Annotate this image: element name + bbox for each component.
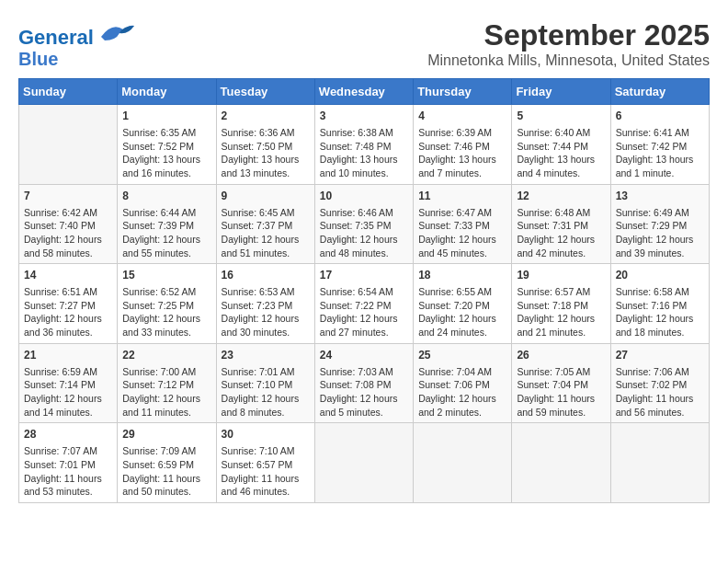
cell-content: Sunrise: 7:10 AMSunset: 6:57 PMDaylight:…: [222, 444, 310, 499]
calendar-cell: 7Sunrise: 6:42 AMSunset: 7:40 PMDaylight…: [19, 184, 118, 264]
daylight-text: Daylight: 12 hours and 39 minutes.: [616, 233, 704, 259]
sunset-text: Sunset: 7:33 PM: [418, 219, 506, 233]
daylight-text: Daylight: 13 hours and 16 minutes.: [122, 153, 210, 179]
day-number: 1: [122, 109, 210, 124]
sunset-text: Sunset: 7:42 PM: [616, 140, 704, 154]
sunset-text: Sunset: 7:01 PM: [24, 458, 112, 472]
cell-content: Sunrise: 6:55 AMSunset: 7:20 PMDaylight:…: [418, 285, 506, 339]
day-number: 13: [616, 189, 704, 204]
daylight-text: Daylight: 13 hours and 10 minutes.: [320, 153, 408, 179]
sunrise-text: Sunrise: 7:04 AM: [418, 365, 506, 379]
calendar-header-row: SundayMondayTuesdayWednesdayThursdayFrid…: [19, 79, 710, 105]
daylight-text: Daylight: 11 hours and 53 minutes.: [24, 472, 112, 499]
sunset-text: Sunset: 7:23 PM: [222, 299, 310, 313]
sunrise-text: Sunrise: 6:42 AM: [24, 206, 112, 220]
day-number: 4: [418, 109, 506, 124]
sunset-text: Sunset: 7:06 PM: [418, 378, 506, 392]
sunset-text: Sunset: 7:14 PM: [24, 378, 112, 392]
day-number: 16: [222, 268, 310, 283]
sunrise-text: Sunrise: 6:48 AM: [517, 206, 605, 220]
day-number: 2: [222, 109, 310, 124]
calendar-week-1: 1Sunrise: 6:35 AMSunset: 7:52 PMDaylight…: [19, 105, 710, 185]
sunrise-text: Sunrise: 6:45 AM: [222, 206, 310, 220]
calendar-cell: 1Sunrise: 6:35 AMSunset: 7:52 PMDaylight…: [118, 105, 216, 185]
calendar-cell: 16Sunrise: 6:53 AMSunset: 7:23 PMDayligh…: [216, 264, 314, 344]
weekday-header-thursday: Thursday: [414, 79, 512, 105]
page-title: September 2025: [427, 18, 710, 52]
daylight-text: Daylight: 12 hours and 33 minutes.: [122, 312, 210, 339]
daylight-text: Daylight: 12 hours and 51 minutes.: [222, 233, 310, 259]
weekday-header-sunday: Sunday: [19, 79, 118, 105]
calendar-table: SundayMondayTuesdayWednesdayThursdayFrid…: [18, 78, 710, 503]
day-number: 28: [24, 427, 112, 442]
calendar-cell: 9Sunrise: 6:45 AMSunset: 7:37 PMDaylight…: [216, 184, 314, 264]
sunset-text: Sunset: 7:22 PM: [320, 299, 408, 313]
day-number: 17: [320, 268, 408, 283]
calendar-cell: 4Sunrise: 6:39 AMSunset: 7:46 PMDaylight…: [414, 105, 512, 185]
sunset-text: Sunset: 7:40 PM: [24, 219, 112, 233]
page-header: General Blue September 2025 Minnetonka M…: [18, 18, 710, 69]
sunset-text: Sunset: 7:31 PM: [517, 219, 605, 233]
day-number: 8: [122, 189, 210, 204]
sunrise-text: Sunrise: 6:39 AM: [418, 126, 506, 140]
cell-content: Sunrise: 6:38 AMSunset: 7:48 PMDaylight:…: [320, 126, 408, 180]
sunset-text: Sunset: 6:59 PM: [122, 458, 210, 472]
daylight-text: Daylight: 12 hours and 42 minutes.: [517, 233, 605, 259]
calendar-cell: 21Sunrise: 6:59 AMSunset: 7:14 PMDayligh…: [19, 343, 118, 423]
cell-content: Sunrise: 6:54 AMSunset: 7:22 PMDaylight:…: [320, 285, 408, 339]
day-number: 29: [122, 427, 210, 442]
calendar-cell: 17Sunrise: 6:54 AMSunset: 7:22 PMDayligh…: [314, 264, 413, 344]
day-number: 14: [24, 268, 112, 283]
daylight-text: Daylight: 12 hours and 36 minutes.: [24, 312, 112, 339]
day-number: 7: [24, 189, 112, 204]
sunset-text: Sunset: 7:18 PM: [517, 299, 605, 313]
cell-content: Sunrise: 6:41 AMSunset: 7:42 PMDaylight:…: [616, 126, 704, 180]
sunset-text: Sunset: 7:04 PM: [517, 378, 605, 392]
calendar-cell: 30Sunrise: 7:10 AMSunset: 6:57 PMDayligh…: [216, 423, 314, 503]
cell-content: Sunrise: 6:42 AMSunset: 7:40 PMDaylight:…: [24, 206, 112, 260]
logo-blue-text: Blue: [18, 49, 58, 69]
daylight-text: Daylight: 12 hours and 48 minutes.: [320, 233, 408, 259]
calendar-cell: 20Sunrise: 6:58 AMSunset: 7:16 PMDayligh…: [610, 264, 709, 344]
calendar-cell: 15Sunrise: 6:52 AMSunset: 7:25 PMDayligh…: [118, 264, 216, 344]
sunrise-text: Sunrise: 6:36 AM: [222, 126, 310, 140]
calendar-cell: 19Sunrise: 6:57 AMSunset: 7:18 PMDayligh…: [512, 264, 610, 344]
cell-content: Sunrise: 6:59 AMSunset: 7:14 PMDaylight:…: [24, 365, 112, 419]
daylight-text: Daylight: 12 hours and 8 minutes.: [222, 392, 310, 419]
cell-content: Sunrise: 7:07 AMSunset: 7:01 PMDaylight:…: [24, 444, 112, 499]
sunrise-text: Sunrise: 6:40 AM: [517, 126, 605, 140]
day-number: 18: [418, 268, 506, 283]
calendar-week-4: 21Sunrise: 6:59 AMSunset: 7:14 PMDayligh…: [19, 343, 710, 423]
day-number: 23: [222, 348, 310, 363]
cell-content: Sunrise: 6:39 AMSunset: 7:46 PMDaylight:…: [418, 126, 506, 180]
day-number: 21: [24, 348, 112, 363]
daylight-text: Daylight: 11 hours and 50 minutes.: [122, 472, 210, 499]
cell-content: Sunrise: 6:35 AMSunset: 7:52 PMDaylight:…: [122, 126, 210, 180]
sunset-text: Sunset: 7:02 PM: [616, 378, 704, 392]
calendar-cell: 11Sunrise: 6:47 AMSunset: 7:33 PMDayligh…: [414, 184, 512, 264]
day-number: 10: [320, 189, 408, 204]
calendar-cell: 29Sunrise: 7:09 AMSunset: 6:59 PMDayligh…: [118, 423, 216, 503]
calendar-week-2: 7Sunrise: 6:42 AMSunset: 7:40 PMDaylight…: [19, 184, 710, 264]
cell-content: Sunrise: 6:52 AMSunset: 7:25 PMDaylight:…: [122, 285, 210, 339]
calendar-cell: 3Sunrise: 6:38 AMSunset: 7:48 PMDaylight…: [314, 105, 413, 185]
sunrise-text: Sunrise: 7:07 AM: [24, 444, 112, 458]
day-number: 9: [222, 189, 310, 204]
logo-bird-icon: [97, 18, 134, 44]
cell-content: Sunrise: 6:46 AMSunset: 7:35 PMDaylight:…: [320, 206, 408, 260]
daylight-text: Daylight: 12 hours and 30 minutes.: [222, 312, 310, 339]
weekday-header-tuesday: Tuesday: [216, 79, 314, 105]
sunrise-text: Sunrise: 7:03 AM: [320, 365, 408, 379]
cell-content: Sunrise: 7:09 AMSunset: 6:59 PMDaylight:…: [122, 444, 210, 499]
day-number: 30: [222, 427, 310, 442]
sunset-text: Sunset: 7:46 PM: [418, 140, 506, 154]
cell-content: Sunrise: 6:57 AMSunset: 7:18 PMDaylight:…: [517, 285, 605, 339]
daylight-text: Daylight: 13 hours and 13 minutes.: [222, 153, 310, 179]
cell-content: Sunrise: 6:47 AMSunset: 7:33 PMDaylight:…: [418, 206, 506, 260]
cell-content: Sunrise: 6:48 AMSunset: 7:31 PMDaylight:…: [517, 206, 605, 260]
day-number: 24: [320, 348, 408, 363]
daylight-text: Daylight: 11 hours and 59 minutes.: [517, 392, 605, 419]
sunset-text: Sunset: 7:35 PM: [320, 219, 408, 233]
calendar-cell: 24Sunrise: 7:03 AMSunset: 7:08 PMDayligh…: [314, 343, 413, 423]
day-number: 11: [418, 189, 506, 204]
